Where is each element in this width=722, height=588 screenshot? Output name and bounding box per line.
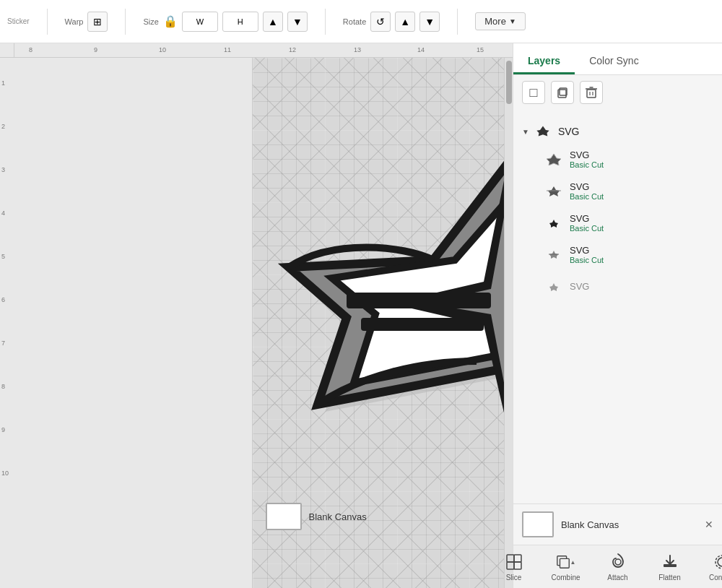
design-container[interactable] [274,152,505,441]
canvas-body: 1 2 3 4 5 6 7 8 9 10 [0,58,513,588]
rotate-up-btn[interactable]: ▲ [395,12,415,32]
canvas-grid[interactable]: Blank Canvas [253,58,505,588]
main-area: 8 9 10 11 12 13 14 15 1 2 3 4 5 6 7 8 9 [0,43,722,588]
scrollbar-thumb[interactable] [506,61,512,104]
layer-mini-svg-2 [544,216,564,229]
layer-group-name: SVG [558,126,580,137]
height-input[interactable] [222,12,258,32]
layer-item-0[interactable]: SVG Basic Cut [544,143,713,175]
flatten-tool[interactable]: Flatten [653,552,687,581]
attach-svg-icon [609,553,627,571]
panel-toolbar: □ [513,75,722,110]
size-group: Size 🔒 ▲ ▼ [143,12,307,32]
rotate-ccw-btn[interactable]: ↺ [370,12,391,32]
ruler-tick-v8: 8 [1,383,5,390]
warp-label: Warp [65,17,84,26]
size-label: Size [143,17,158,26]
contour-svg-icon [713,553,723,571]
layer-group-header[interactable]: ▼ SVG [522,120,713,143]
flatten-label: Flatten [658,574,681,581]
attach-label: Attach [607,574,627,581]
right-panel: Layers Color Sync □ [513,43,722,588]
delete-icon [585,86,598,99]
more-arrow-icon: ▼ [509,17,516,25]
layer-item-sub-2: Basic Cut [570,224,604,233]
main-toolbar: Sticker Warp ⊞ Size 🔒 ▲ ▼ Rotate ↺ ▲ ▼ M… [0,0,722,43]
width-input[interactable] [182,12,218,32]
svg-rect-13 [514,555,521,562]
combine-svg-icon [556,554,570,570]
layer-item-3[interactable]: SVG Basic Cut [544,238,713,270]
warp-group: Warp ⊞ [65,12,108,32]
layer-item-name-0: SVG [570,150,604,160]
ruler-horizontal: 8 9 10 11 12 13 14 15 [14,43,513,58]
layers-list: ▼ SVG [513,110,722,503]
ruler-tick-v7: 7 [1,340,5,347]
ruler-tick-15: 15 [477,46,484,53]
combine-arrow-icon: ▲ [570,559,576,566]
flatten-svg-icon [661,553,679,571]
design-svg[interactable] [274,152,505,426]
divider-2 [125,9,126,35]
ruler-tick-14: 14 [417,46,425,53]
size-up-btn[interactable]: ▲ [263,12,283,32]
layer-item-info-4: SVG [570,281,589,292]
copy-layer-button[interactable] [551,81,574,104]
svg-rect-17 [560,558,569,568]
layer-item-sub-3: Basic Cut [570,256,604,264]
layer-group-svg: ▼ SVG [513,116,722,306]
layer-item-1[interactable]: SVG Basic Cut [544,175,713,207]
sticker-label: Sticker [7,17,30,25]
layer-mini-svg-0 [544,152,564,165]
ruler-tick-v1: 1 [1,79,5,87]
delete-layer-button[interactable] [580,81,603,104]
ruler-vertical: 1 2 3 4 5 6 7 8 9 10 [0,58,253,588]
layer-item-name-4: SVG [570,281,589,292]
attach-tool[interactable]: Attach [601,552,635,581]
ruler-tick-v6: 6 [1,296,5,303]
contour-icon [712,552,723,572]
layer-item-name-2: SVG [570,213,604,224]
layer-item-4[interactable]: SVG [544,270,713,302]
add-layer-button[interactable]: □ [522,81,545,104]
slice-svg-icon [505,553,523,571]
size-down-btn[interactable]: ▼ [287,12,308,32]
contour-label: Conto... [709,574,722,581]
tab-layers[interactable]: Layers [513,49,575,74]
blank-canvas-panel-thumbnail [522,511,554,537]
blank-canvas-indicator: Blank Canvas [266,503,367,530]
rotate-down-btn[interactable]: ▼ [419,12,440,32]
combine-tool[interactable]: ▲ Combine [549,552,583,581]
svg-rect-12 [507,555,514,562]
svg-rect-0 [347,293,491,308]
bottom-toolbar: Slice ▲ Combine [513,545,722,588]
ruler-row: 8 9 10 11 12 13 14 15 [0,43,513,58]
divider-4 [457,9,458,35]
layer-mini-svg-1 [544,184,564,197]
layer-item-info-1: SVG Basic Cut [570,181,604,201]
layer-item-2[interactable]: SVG Basic Cut [544,207,713,238]
contour-tool[interactable]: Conto... [705,552,723,581]
layer-item-icon-2 [544,212,564,233]
svg-point-18 [615,559,621,565]
blank-canvas-close-button[interactable]: ✕ [705,519,713,530]
combine-icon: ▲ [556,552,576,572]
layer-item-icon-1 [544,181,564,201]
blank-canvas-panel: Blank Canvas ✕ [513,503,722,545]
divider-1 [47,9,48,35]
attach-icon [608,552,628,572]
layer-item-info-0: SVG Basic Cut [570,150,604,169]
warp-button[interactable]: ⊞ [87,12,108,32]
more-button[interactable]: More ▼ [475,12,526,30]
slice-label: Slice [506,574,522,581]
layer-children: SVG Basic Cut SVG [544,143,713,302]
layer-mini-svg-3 [544,248,564,261]
ruler-tick-9: 9 [94,46,97,53]
slice-icon [504,552,524,572]
ruler-tick-12: 12 [289,46,296,53]
tab-color-sync[interactable]: Color Sync [575,49,653,74]
ruler-tick-v9: 9 [1,426,5,433]
blank-canvas-panel-label: Blank Canvas [561,519,619,530]
scrollbar-vertical[interactable] [504,58,513,588]
layer-item-icon-0 [544,149,564,169]
